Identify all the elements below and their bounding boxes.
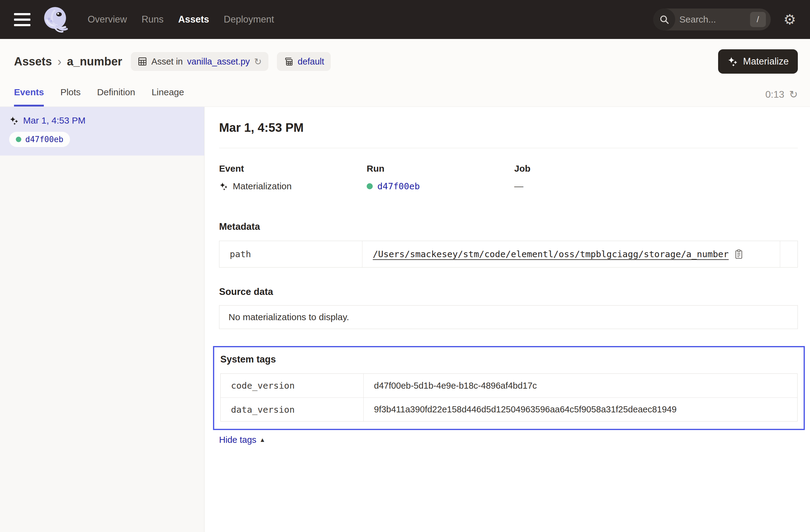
table-row: path /Users/smackesey/stm/code/elementl/… [220, 241, 797, 267]
job-empty-value: — [514, 181, 523, 191]
sparkles-icon [219, 182, 228, 191]
page-header: Assets › a_number Asset in vanilla_asset… [0, 39, 810, 107]
system-tags-table: code_version d47f00eb-5d1b-4e9e-b18c-489… [220, 373, 797, 421]
source-data-empty-state: No materializations to display. [219, 305, 798, 329]
run-id-label: d47f00eb [25, 135, 63, 144]
tab-definition[interactable]: Definition [97, 87, 135, 107]
collapse-caret-icon: ▲ [260, 436, 266, 444]
page-title: a_number [67, 55, 122, 68]
job-column-header: Job [514, 163, 798, 174]
metadata-table: path /Users/smackesey/stm/code/elementl/… [219, 241, 798, 268]
asset-definition-chip[interactable]: Asset in vanilla_asset.py ↻ [131, 52, 269, 71]
search-shortcut-badge: / [750, 12, 766, 27]
refresh-countdown: 0:13 [765, 89, 784, 100]
event-type-label: Materialization [233, 181, 292, 191]
run-status-dot [367, 183, 373, 189]
settings-gear-icon[interactable]: ⚙ [783, 13, 796, 27]
tag-value: 9f3b411a390fd22e158d446d5d12504963596aa6… [374, 404, 677, 415]
run-column-header: Run [367, 163, 514, 174]
breadcrumb-assets-link[interactable]: Assets [14, 55, 52, 68]
nav-item-deployment[interactable]: Deployment [224, 14, 274, 25]
nav-item-overview[interactable]: Overview [87, 14, 127, 25]
nav-item-runs[interactable]: Runs [142, 14, 163, 25]
event-list-item[interactable]: Mar 1, 4:53 PM d47f00eb [0, 107, 204, 156]
hide-tags-link[interactable]: Hide tags ▲ [219, 435, 265, 445]
tab-lineage[interactable]: Lineage [151, 87, 184, 107]
sparkles-icon [9, 116, 19, 125]
event-column-header: Event [219, 163, 367, 174]
events-sidebar: Mar 1, 4:53 PM d47f00eb [0, 107, 205, 532]
system-tags-highlight-box: System tags code_version d47f00eb-5d1b-4… [213, 346, 805, 430]
metadata-heading: Metadata [219, 221, 798, 232]
event-detail-title: Mar 1, 4:53 PM [219, 121, 798, 134]
tag-key: data_version [221, 398, 363, 421]
grid-icon [137, 57, 147, 66]
asset-group-chip[interactable]: default [277, 52, 331, 71]
materialize-button[interactable]: Materialize [718, 49, 798, 74]
copy-clipboard-icon[interactable] [734, 249, 743, 259]
hamburger-menu-icon[interactable] [14, 13, 30, 26]
tag-key: code_version [221, 374, 363, 398]
asset-chip-prefix: Asset in [151, 57, 183, 67]
materialize-button-label: Materialize [743, 56, 789, 67]
top-navbar: Overview Runs Assets Deployment / ⚙ [0, 0, 810, 39]
search-icon [653, 9, 675, 30]
run-status-dot [16, 136, 21, 142]
run-badge[interactable]: d47f00eb [9, 132, 70, 147]
metadata-path-link[interactable]: /Users/smackesey/stm/code/elementl/oss/t… [373, 249, 729, 259]
event-timestamp-link[interactable]: Mar 1, 4:53 PM [23, 115, 85, 126]
search-input[interactable] [675, 14, 750, 25]
metadata-key: path [220, 241, 362, 267]
table-row: data_version 9f3b411a390fd22e158d446d5d1… [221, 398, 797, 421]
event-detail-panel: Mar 1, 4:53 PM Event Materialization Run [205, 107, 810, 532]
breadcrumb-chevron-icon: › [58, 55, 62, 68]
sparkles-icon [727, 56, 738, 67]
refresh-timer: 0:13 ↻ [765, 88, 798, 107]
layers-grid-icon [284, 57, 293, 66]
source-data-empty-message: No materializations to display. [228, 312, 349, 322]
reload-icon[interactable]: ↻ [254, 56, 262, 67]
group-default-link[interactable]: default [297, 57, 324, 67]
dagster-logo-icon[interactable] [41, 4, 70, 34]
hide-tags-label: Hide tags [219, 435, 257, 445]
nav-item-assets[interactable]: Assets [178, 14, 209, 25]
table-row: code_version d47f00eb-5d1b-4e9e-b18c-489… [221, 374, 797, 398]
primary-nav: Overview Runs Assets Deployment [87, 14, 274, 25]
tabs-bar: Events Plots Definition Lineage 0:13 ↻ [0, 74, 810, 107]
source-data-heading: Source data [219, 286, 798, 297]
system-tags-heading: System tags [220, 354, 797, 365]
run-id-link[interactable]: d47f00eb [377, 181, 420, 191]
tab-events[interactable]: Events [14, 87, 44, 107]
refresh-icon[interactable]: ↻ [789, 88, 798, 100]
tab-plots[interactable]: Plots [60, 87, 81, 107]
global-search[interactable]: / [653, 9, 771, 30]
metadata-actions-cell [780, 241, 797, 267]
asset-file-link[interactable]: vanilla_asset.py [187, 57, 250, 67]
tag-value: d47f00eb-5d1b-4e9e-b18c-4896af4bd17c [374, 381, 537, 391]
breadcrumb: Assets › a_number Asset in vanilla_asset… [0, 39, 810, 74]
